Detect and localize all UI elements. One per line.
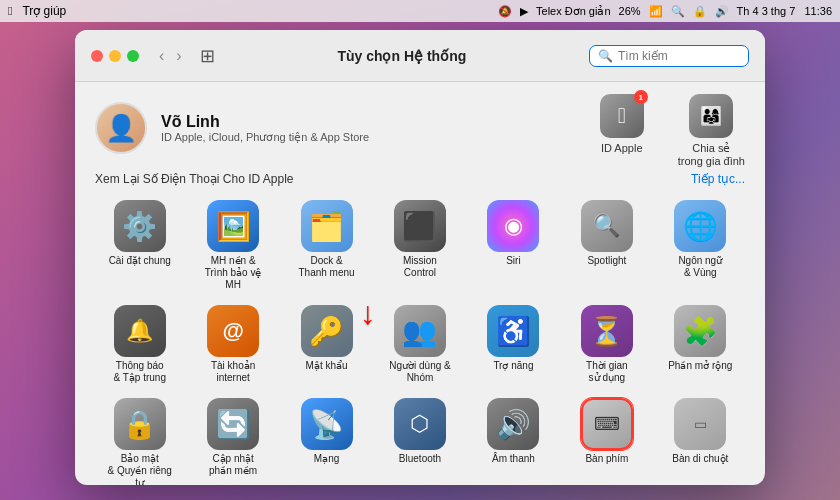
icon-label-access: Trợ năng <box>493 360 533 372</box>
icon-box-mh-nen: 🖼️ <box>207 200 259 252</box>
icons-grid: ⚙️Cài đặt chung🖼️MH nền &Trình bảo vệ MH… <box>95 196 745 485</box>
icon-box-bluetooth: ⬡ <box>394 398 446 450</box>
grid-icon[interactable]: ⊞ <box>200 45 215 67</box>
red-arrow: ↓ <box>360 295 376 332</box>
icon-label-bluetooth: Bluetooth <box>399 453 441 465</box>
icon-label-notif: Thông báo& Tập trung <box>113 360 166 384</box>
icon-item-password[interactable]: 🔑Mật khẩu <box>282 301 371 388</box>
icon-box-internet: @ <box>207 305 259 357</box>
icon-label-cai-dat-chung: Cài đặt chung <box>109 255 171 267</box>
menubar:  Trợ giúp 🔕 ▶ Telex Đơn giản 26% 📶 🔍 🔒 … <box>0 0 840 22</box>
minimize-button[interactable] <box>109 50 121 62</box>
user-name: Võ Linh <box>161 113 369 131</box>
apple-id-section[interactable]:  1 ID Apple <box>600 94 644 154</box>
icon-item-trackpad[interactable]: ▭Bàn di chuột <box>656 394 745 485</box>
icon-label-internet: Tài khoảninternet <box>211 360 255 384</box>
nav-arrows: ‹ › <box>155 45 186 67</box>
icon-item-dock[interactable]: 🗂️Dock &Thanh menu <box>282 196 371 295</box>
icon-label-users: Người dùng &Nhóm <box>389 360 450 384</box>
icon-label-keyboard: Bàn phím <box>585 453 628 465</box>
icon-label-time-used: Thời giansử dụng <box>586 360 628 384</box>
back-button[interactable]: ‹ <box>155 45 168 67</box>
icon-label-dock: Dock &Thanh menu <box>298 255 354 279</box>
close-button[interactable] <box>91 50 103 62</box>
menubar-help[interactable]: Trợ giúp <box>22 4 66 18</box>
icon-box-password: 🔑 <box>301 305 353 357</box>
icon-item-keyboard[interactable]: ⌨Bàn phím <box>562 394 651 485</box>
icon-item-users[interactable]: 👥Người dùng &Nhóm <box>375 301 464 388</box>
icon-box-network: 📡 <box>301 398 353 450</box>
apple-id-icon:  1 <box>600 94 644 138</box>
icon-label-extension: Phần mở rộng <box>668 360 732 372</box>
icon-item-mh-nen[interactable]: 🖼️MH nền &Trình bảo vệ MH <box>188 196 277 295</box>
user-sub: ID Apple, iCloud, Phương tiện & App Stor… <box>161 131 369 144</box>
search-box[interactable]: 🔍 <box>589 45 749 67</box>
window-title: Tùy chọn Hệ thống <box>227 48 577 64</box>
icon-box-spotlight: 🔍 <box>581 200 633 252</box>
icon-item-siri[interactable]: ◉Siri <box>469 196 558 295</box>
lock-icon: 🔒 <box>693 5 707 18</box>
traffic-lights <box>91 50 139 62</box>
icon-label-update: Cập nhậtphần mềm <box>209 453 257 477</box>
search-input[interactable] <box>618 49 740 63</box>
icon-item-sound[interactable]: 🔊Âm thanh <box>469 394 558 485</box>
share-family-icon: 👨‍👩‍👧 <box>689 94 733 138</box>
apple-menu[interactable]:  <box>8 4 12 18</box>
icon-box-trackpad: ▭ <box>674 398 726 450</box>
system-preferences-window: ‹ › ⊞ Tùy chọn Hệ thống 🔍 👤 Võ Linh ID A… <box>75 30 765 485</box>
icon-item-network[interactable]: 📡Mạng <box>282 394 371 485</box>
icon-item-notif[interactable]: 🔔Thông báo& Tập trung <box>95 301 184 388</box>
icon-box-access: ♿ <box>487 305 539 357</box>
icon-box-notif: 🔔 <box>114 305 166 357</box>
icon-box-language: 🌐 <box>674 200 726 252</box>
icon-label-sound: Âm thanh <box>492 453 535 465</box>
user-section: 👤 Võ Linh ID Apple, iCloud, Phương tiện … <box>95 102 590 154</box>
menubar-left:  Trợ giúp <box>8 4 66 18</box>
icon-label-trackpad: Bàn di chuột <box>672 453 728 465</box>
icon-item-language[interactable]: 🌐Ngôn ngữ& Vùng <box>656 196 745 295</box>
icon-item-spotlight[interactable]: 🔍Spotlight <box>562 196 651 295</box>
avatar[interactable]: 👤 <box>95 102 147 154</box>
forward-button[interactable]: › <box>172 45 185 67</box>
datetime-display: Th 4 3 thg 7 11:36 <box>737 5 832 17</box>
menubar-right: 🔕 ▶ Telex Đơn giản 26% 📶 🔍 🔒 🔊 Th 4 3 th… <box>498 5 832 18</box>
continue-link[interactable]: Tiếp tục... <box>691 172 745 186</box>
apple-id-label: ID Apple <box>601 142 643 154</box>
icon-label-spotlight: Spotlight <box>587 255 626 267</box>
share-family-label: Chia sẻtrong gia đình <box>678 142 745 168</box>
maximize-button[interactable] <box>127 50 139 62</box>
search-menubar-icon[interactable]: 🔍 <box>671 5 685 18</box>
icon-item-update[interactable]: 🔄Cập nhậtphần mềm <box>188 394 277 485</box>
input-method: Telex Đơn giản <box>536 5 611 18</box>
icon-box-sound: 🔊 <box>487 398 539 450</box>
icon-box-dock: 🗂️ <box>301 200 353 252</box>
icon-item-extension[interactable]: 🧩Phần mở rộng <box>656 301 745 388</box>
share-family-section[interactable]: 👨‍👩‍👧 Chia sẻtrong gia đình <box>678 94 745 168</box>
icon-box-keyboard: ⌨ <box>581 398 633 450</box>
icon-label-siri: Siri <box>506 255 520 267</box>
icon-item-access[interactable]: ♿Trợ năng <box>469 301 558 388</box>
icon-box-mission: ⬛ <box>394 200 446 252</box>
icon-label-password: Mật khẩu <box>306 360 348 372</box>
volume-icon: 🔊 <box>715 5 729 18</box>
icon-item-bluetooth[interactable]: ⬡Bluetooth <box>375 394 464 485</box>
user-info: Võ Linh ID Apple, iCloud, Phương tiện & … <box>161 113 369 144</box>
icon-box-cai-dat-chung: ⚙️ <box>114 200 166 252</box>
icon-box-time-used: ⏳ <box>581 305 633 357</box>
notice-text: Xem Lại Số Điện Thoại Cho ID Apple <box>95 172 294 186</box>
icon-item-security[interactable]: 🔒Bảo mật& Quyền riêng tư <box>95 394 184 485</box>
icon-label-security: Bảo mật& Quyền riêng tư <box>105 453 175 485</box>
icon-box-update: 🔄 <box>207 398 259 450</box>
mute-icon: 🔕 <box>498 5 512 18</box>
titlebar: ‹ › ⊞ Tùy chọn Hệ thống 🔍 <box>75 30 765 82</box>
icon-box-siri: ◉ <box>487 200 539 252</box>
icon-item-mission[interactable]: ⬛MissionControl <box>375 196 464 295</box>
icon-item-internet[interactable]: @Tài khoảninternet <box>188 301 277 388</box>
icon-label-mh-nen: MH nền &Trình bảo vệ MH <box>198 255 268 291</box>
wifi-icon: 📶 <box>649 5 663 18</box>
content-area: 👤 Võ Linh ID Apple, iCloud, Phương tiện … <box>75 82 765 485</box>
apple-id-badge: 1 <box>634 90 648 104</box>
icon-item-cai-dat-chung[interactable]: ⚙️Cài đặt chung <box>95 196 184 295</box>
search-icon: 🔍 <box>598 49 613 63</box>
icon-item-time-used[interactable]: ⏳Thời giansử dụng <box>562 301 651 388</box>
